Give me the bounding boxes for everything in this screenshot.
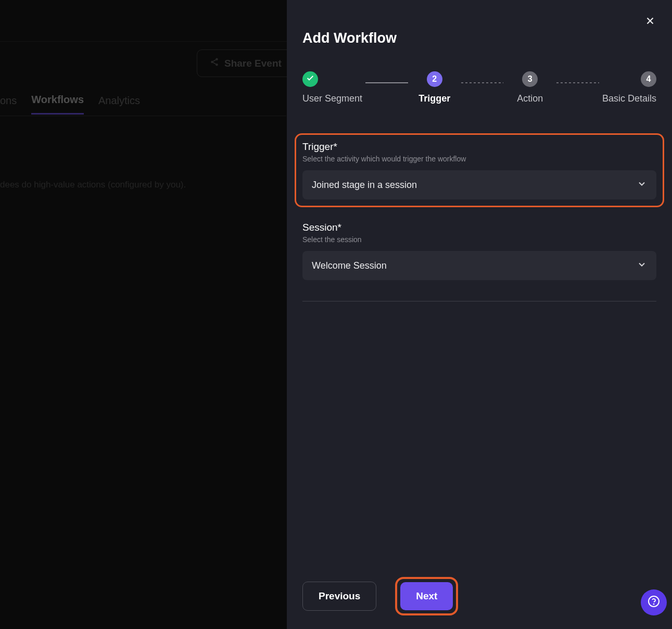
previous-button[interactable]: Previous (302, 582, 376, 611)
session-value: Welcome Session (312, 260, 387, 271)
share-event-button[interactable]: Share Event (197, 49, 295, 77)
svg-point-1 (211, 61, 213, 64)
trigger-select[interactable]: Joined stage in a session (302, 170, 656, 199)
form-divider (302, 301, 656, 301)
add-workflow-drawer: Add Workflow User Segment 2 Trigger 3 Ac… (287, 0, 672, 629)
chevron-down-icon (637, 259, 647, 272)
close-button[interactable] (643, 15, 657, 29)
svg-point-0 (215, 58, 218, 61)
next-button[interactable]: Next (400, 582, 453, 610)
help-button[interactable] (641, 589, 667, 615)
tab-analytics[interactable]: Analytics (98, 95, 140, 114)
connector-2 (461, 82, 504, 83)
drawer-footer: Previous Next (287, 563, 672, 629)
share-label: Share Event (224, 58, 282, 69)
connector-3 (556, 82, 599, 83)
step-1-completed (302, 71, 318, 87)
svg-point-4 (654, 604, 654, 605)
stepper: User Segment 2 Trigger 3 Action 4 Basic … (302, 71, 656, 104)
session-help: Select the session (302, 235, 656, 244)
tab-partial[interactable]: ons (0, 95, 17, 114)
step-1-label: User Segment (302, 93, 362, 104)
trigger-help: Select the activity which would trigger … (302, 155, 656, 163)
trigger-field-group: Trigger* Select the activity which would… (295, 133, 664, 207)
tabs: ons Workflows Analytics (0, 94, 150, 115)
share-icon (210, 57, 219, 69)
tab-workflows[interactable]: Workflows (31, 94, 84, 115)
close-icon (644, 15, 656, 29)
check-icon (306, 74, 314, 84)
next-highlight: Next (395, 577, 458, 615)
connector-1 (365, 82, 408, 83)
step-2-label: Trigger (419, 93, 450, 104)
help-icon (648, 595, 660, 610)
trigger-value: Joined stage in a session (312, 180, 417, 191)
step-3-label: Action (517, 93, 543, 104)
drawer-title: Add Workflow (302, 30, 656, 46)
session-label: Session* (302, 222, 656, 233)
step-4-label: Basic Details (602, 93, 656, 104)
page-description: dees do high-value actions (configured b… (0, 180, 186, 190)
step-3: 3 (522, 71, 538, 87)
session-field-group: Session* Select the session Welcome Sess… (302, 222, 656, 280)
trigger-label: Trigger* (302, 141, 656, 153)
tabs-divider (0, 116, 286, 116)
chevron-down-icon (637, 179, 647, 191)
step-4: 4 (641, 71, 656, 87)
svg-point-2 (215, 64, 218, 66)
session-select[interactable]: Welcome Session (302, 251, 656, 280)
step-2-active: 2 (427, 71, 442, 87)
